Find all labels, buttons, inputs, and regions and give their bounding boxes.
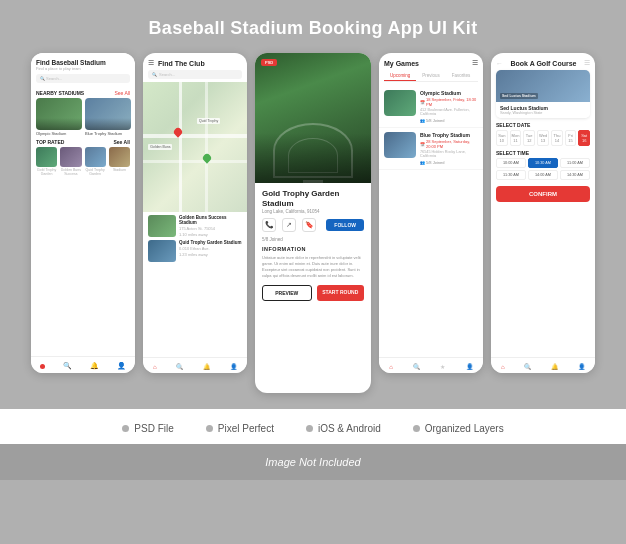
action-buttons: PREVIEW START ROUND	[262, 285, 364, 301]
nearby-stadiums: Olympic Stadium Blue Trophy Stadium	[36, 98, 130, 136]
search-icon: 🔍	[152, 72, 157, 77]
share-icon[interactable]: ↗	[282, 218, 296, 232]
map-label-1: Golden Buns	[148, 144, 172, 150]
game2-name: Blue Trophy Stadium	[420, 132, 478, 138]
time-1400[interactable]: 14:00 AM	[528, 170, 558, 180]
phone2-header: ☰ Find The Club	[143, 53, 247, 70]
phone5-nav: ⌂ 🔍 🔔 👤	[491, 357, 595, 373]
date-selector: Sun10 Mon11 Tue12 Wed13 Thu14 Fri15 Sat1…	[491, 130, 595, 146]
date-sun[interactable]: Sun10	[496, 130, 508, 146]
nav-search-icon[interactable]: 🔍	[63, 362, 72, 370]
bookmark-icon[interactable]: 🔖	[302, 218, 316, 232]
date-sat[interactable]: Sat16	[578, 130, 590, 146]
nav-user-icon[interactable]: 👤	[117, 362, 126, 370]
nav-user-icon[interactable]: 👤	[466, 363, 473, 370]
game2-date: 📅28 September, Saturday, 20:00 PM	[420, 139, 478, 149]
game-info-2: Blue Trophy Stadium 📅28 September, Satur…	[420, 132, 478, 165]
phone-my-games: My Games ☰ Upcoming Previous Favorites O…	[379, 53, 483, 373]
features-bar: PSD File Pixel Perfect iOS & Android Org…	[0, 409, 626, 444]
game-item-1[interactable]: Olympic Stadium 📅18 September, Friday, 1…	[379, 86, 483, 128]
time-1430[interactable]: 14:30 AM	[560, 170, 590, 180]
nav-home-icon[interactable]: ⌂	[501, 364, 505, 370]
nav-home-icon[interactable]: ⌂	[389, 364, 393, 370]
nav-user-icon[interactable]: 👤	[578, 363, 585, 370]
confirm-button[interactable]: CONFIRM	[496, 186, 590, 202]
result-item-2[interactable]: Quid Trophy Garden Stadium 0-010 Ethan A…	[148, 240, 242, 262]
phone-book-golf: ← Book A Golf Course ☰ Sed Luctus Stadiu…	[491, 53, 595, 373]
venue-info: Sed Luctus Stadium Sandy, Washington Sta…	[496, 102, 590, 118]
result-img-1	[148, 215, 176, 237]
result-item-1[interactable]: Golden Buns Success Stadium 175 Acton St…	[148, 215, 242, 237]
result-img-2	[148, 240, 176, 262]
top-stadium-2	[60, 147, 81, 167]
phone-icon[interactable]: 📞	[262, 218, 276, 232]
start-button[interactable]: START ROUND	[317, 285, 365, 301]
date-mon[interactable]: Mon11	[510, 130, 522, 146]
time-1100[interactable]: 11:00 AM	[560, 158, 590, 168]
feature-layers-label: Organized Layers	[425, 423, 504, 434]
date-wed[interactable]: Wed13	[537, 130, 549, 146]
nav-search-icon[interactable]: 🔍	[176, 363, 183, 370]
phone4-menu-icon[interactable]: ☰	[472, 59, 478, 67]
nav-search-icon[interactable]: 🔍	[524, 363, 531, 370]
phone1-header: Find Baseball Stadium Find a place to pl…	[31, 53, 135, 90]
menu-icon[interactable]: ☰	[148, 59, 154, 67]
phone1-subtitle: Find a place to play team	[36, 66, 130, 71]
date-thu[interactable]: Thu14	[551, 130, 563, 146]
stadium-location: Long Lake, California, 91054	[262, 209, 364, 214]
game1-addr: 412 Boulevard Ave. Fullerton, California	[420, 108, 478, 116]
phone2-search[interactable]: 🔍 Search...	[148, 70, 242, 79]
game-img-2	[384, 132, 416, 158]
date-tue[interactable]: Tue12	[523, 130, 535, 146]
phone5-menu-icon[interactable]: ☰	[584, 59, 590, 67]
top-rated-label: TOP RATED See All	[36, 139, 130, 145]
footer: Image Not Included	[0, 444, 626, 480]
label-stadium-1: Gold Trophy Garden	[36, 168, 57, 176]
preview-button[interactable]: PREVIEW	[262, 285, 312, 301]
nav-user-icon[interactable]: 👤	[230, 363, 237, 370]
see-all-2[interactable]: See All	[114, 139, 131, 145]
nav-star-icon[interactable]: ★	[440, 363, 445, 370]
phone4-title: My Games	[384, 60, 419, 67]
tab-favorites[interactable]: Favorites	[446, 71, 477, 81]
time-1030[interactable]: 10:30 AM	[528, 158, 558, 168]
top-stadium-3	[85, 147, 106, 167]
see-all-1[interactable]: See All	[114, 90, 130, 96]
phone4-nav: ⌂ 🔍 ★ 👤	[379, 357, 483, 373]
nav-home-icon[interactable]: ⌂	[153, 364, 157, 370]
feature-psd: PSD File	[122, 423, 173, 434]
phone-find-stadium: Find Baseball Stadium Find a place to pl…	[31, 53, 135, 373]
action-icons: 📞 ↗ 🔖	[262, 218, 316, 232]
nav-bell-icon[interactable]: 🔔	[203, 363, 210, 370]
nav-search-icon[interactable]: 🔍	[413, 363, 420, 370]
page-title: Baseball Stadium Booking App UI Kit	[149, 0, 478, 53]
tab-previous[interactable]: Previous	[416, 71, 446, 81]
select-date-label: SELECT DATE	[491, 122, 595, 128]
nav-bell-icon[interactable]: 🔔	[90, 362, 99, 370]
game1-name: Olympic Stadium	[420, 90, 478, 96]
map-view[interactable]: Golden Buns Quid Trophy	[143, 82, 247, 212]
nav-bell-icon[interactable]: 🔔	[551, 363, 558, 370]
game2-addr: 76545 Hidden Rocky Lane, California	[420, 150, 478, 158]
phone-find-club: ☰ Find The Club 🔍 Search... Golden Buns …	[143, 53, 247, 373]
phone5-back-icon[interactable]: ←	[496, 60, 503, 67]
nav-home-icon[interactable]	[40, 364, 45, 369]
top-rated-stadiums	[36, 147, 130, 167]
stadium-label-2: Blue Trophy Stadium	[85, 131, 131, 136]
phone1-search[interactable]: 🔍 Search...	[36, 74, 130, 83]
action-row: 📞 ↗ 🔖 FOLLOW	[262, 218, 364, 232]
feature-layers: Organized Layers	[413, 423, 504, 434]
label-stadium-4: Stadium	[109, 168, 130, 176]
time-1000[interactable]: 10:00 AM	[496, 158, 526, 168]
game-item-2[interactable]: Blue Trophy Stadium 📅28 September, Satur…	[379, 128, 483, 170]
top-stadium-4	[109, 147, 130, 167]
hero-image: PSD	[255, 53, 371, 183]
follow-button[interactable]: FOLLOW	[326, 219, 364, 231]
date-fri[interactable]: Fri15	[565, 130, 577, 146]
feature-dot-layers	[413, 425, 420, 432]
tab-upcoming[interactable]: Upcoming	[384, 71, 416, 81]
time-1130[interactable]: 11:30 AM	[496, 170, 526, 180]
feature-dot-pixel	[206, 425, 213, 432]
stadium-img-2	[85, 98, 131, 130]
feature-pixel-label: Pixel Perfect	[218, 423, 274, 434]
